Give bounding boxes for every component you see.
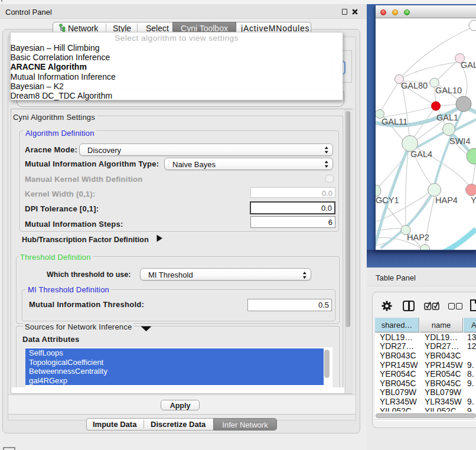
svg-text:SWI4: SWI4 [449, 136, 470, 146]
svg-text:GAL80: GAL80 [401, 81, 428, 90]
svg-text:GAL1: GAL1 [436, 113, 458, 122]
svg-text:GAL2: GAL2 [461, 60, 476, 70]
svg-text:HAP4: HAP4 [435, 195, 458, 205]
svg-text:GCY1: GCY1 [376, 195, 399, 205]
svg-text:HAP2: HAP2 [407, 233, 429, 242]
svg-text:GAL4: GAL4 [410, 149, 432, 159]
svg-text:GAL11: GAL11 [382, 117, 407, 126]
svg-text:YEL0: YEL0 [471, 195, 476, 205]
svg-text:GAL10: GAL10 [435, 86, 462, 95]
